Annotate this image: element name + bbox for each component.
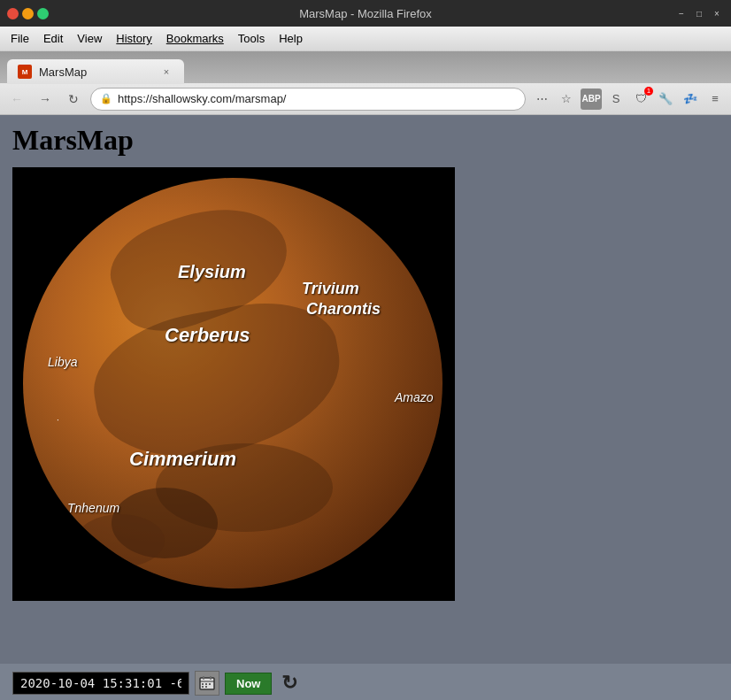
close-button[interactable]: × [710, 6, 724, 20]
browser-window: MarsMap - Mozilla Firefox − □ × File Edi… [0, 0, 731, 700]
calendar-icon[interactable] [195, 671, 219, 696]
back-button[interactable]: ← [5, 88, 28, 111]
menu-file[interactable]: File [4, 30, 36, 47]
minimize-window-button[interactable] [22, 8, 34, 19]
tab-favicon: M [18, 65, 32, 79]
menu-history[interactable]: History [109, 30, 158, 47]
svg-rect-7 [202, 686, 204, 688]
menu-view[interactable]: View [70, 30, 109, 47]
address-bar: ← → ↻ 🔒 https://shallowsky.com/marsmap/ … [0, 83, 731, 115]
window-traffic-lights [7, 8, 49, 19]
extensions-icon[interactable]: 🛡 1 [630, 88, 651, 110]
svg-rect-2 [203, 676, 204, 680]
menu-bar: File Edit View History Bookmarks Tools H… [0, 27, 731, 51]
page-content: MarsMap Elysium Trivium Charontis Cerber… [0, 115, 731, 664]
toolbar-icon-1[interactable]: 🔧 [655, 88, 676, 110]
lock-icon: 🔒 [100, 93, 112, 104]
svg-rect-4 [202, 683, 204, 685]
svg-rect-8 [205, 686, 207, 688]
url-text: https://shallowsky.com/marsmap/ [118, 92, 516, 105]
toolbar-icons: ⋯ ☆ ABP S 🛡 1 🔧 💤 ≡ [531, 88, 726, 110]
tab-close-button[interactable]: × [159, 65, 173, 79]
minimize-button[interactable]: − [674, 6, 689, 20]
mars-surface [23, 178, 442, 588]
mars-globe: Elysium Trivium Charontis Cerberus Libya… [23, 178, 442, 588]
forward-button[interactable]: → [34, 88, 57, 111]
svg-rect-3 [210, 676, 212, 680]
refresh-button[interactable]: ↻ [277, 671, 302, 696]
bookmark-star-button[interactable]: ☆ [556, 88, 577, 110]
datetime-row: Now ↻ [12, 671, 719, 696]
menu-help[interactable]: Help [272, 30, 310, 47]
title-bar: MarsMap - Mozilla Firefox − □ × [0, 0, 731, 27]
svg-rect-6 [209, 683, 211, 685]
menu-button[interactable]: ≡ [704, 88, 726, 110]
mars-region-5 [76, 514, 165, 567]
more-button[interactable]: ⋯ [531, 88, 552, 110]
adblock-button[interactable]: ABP [581, 88, 602, 110]
datetime-input[interactable] [12, 672, 189, 695]
reload-button[interactable]: ↻ [62, 88, 85, 111]
svg-rect-5 [205, 683, 207, 685]
toolbar-icon-2[interactable]: 💤 [680, 88, 701, 110]
tab-title: MarsMap [39, 65, 152, 79]
maximize-window-button[interactable] [37, 8, 49, 19]
menu-bookmarks[interactable]: Bookmarks [159, 30, 231, 47]
browser-tab[interactable]: M MarsMap × [7, 59, 184, 84]
badge-count: 1 [644, 87, 653, 96]
now-button[interactable]: Now [225, 673, 272, 695]
window-title: MarsMap - Mozilla Firefox [299, 7, 432, 20]
mars-image-container: Elysium Trivium Charontis Cerberus Libya… [12, 167, 455, 601]
page-title: MarsMap [12, 124, 719, 157]
mars-dot: · [57, 415, 59, 425]
close-window-button[interactable] [7, 8, 19, 19]
window-controls: − □ × [674, 6, 724, 20]
tab-bar: M MarsMap × [0, 51, 731, 83]
url-bar[interactable]: 🔒 https://shallowsky.com/marsmap/ [90, 88, 526, 111]
menu-edit[interactable]: Edit [36, 30, 70, 47]
maximize-button[interactable]: □ [692, 6, 706, 20]
sync-icon: S [605, 88, 627, 110]
controls-area: Now ↻ -day -hour -5 min +5 min +hour +da… [0, 664, 731, 700]
menu-tools[interactable]: Tools [231, 30, 272, 47]
